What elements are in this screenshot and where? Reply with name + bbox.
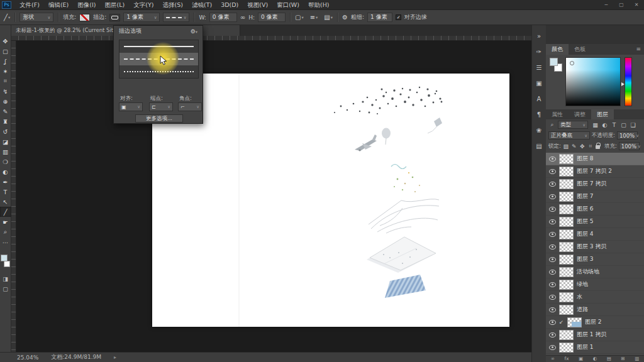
menu-view[interactable]: 视图(V) xyxy=(243,0,272,10)
lasso-tool[interactable]: ʆ xyxy=(0,56,11,66)
eraser-tool[interactable]: ◪ xyxy=(0,136,11,146)
lock-pixels-icon[interactable]: ✎ xyxy=(571,143,577,150)
layer-mask-icon[interactable]: ▣ xyxy=(579,356,583,362)
pen-tool[interactable]: ✒ xyxy=(0,177,11,187)
layer-thumbnail[interactable] xyxy=(559,204,574,214)
stroke-width-select[interactable]: 1 像素∨ xyxy=(123,13,160,22)
menu-select[interactable]: 选择(S) xyxy=(158,0,187,10)
link-dimensions-icon[interactable]: ∞ xyxy=(240,14,245,21)
layer-row[interactable]: ↙ 图层 3 xyxy=(546,253,644,266)
minimize-button[interactable]: ─ xyxy=(599,0,614,9)
foreground-color-mini-swatch[interactable] xyxy=(550,58,558,66)
history-brush-tool[interactable]: ↺ xyxy=(0,126,11,136)
layer-row[interactable]: ↙ 图层 5 xyxy=(546,216,644,228)
menu-type[interactable]: 文字(Y) xyxy=(129,0,158,10)
eyedropper-tool[interactable]: ↯ xyxy=(0,86,11,96)
layer-row[interactable]: ↙ 图层 7 拷贝 xyxy=(546,178,644,190)
layer-thumbnail[interactable] xyxy=(559,280,574,290)
filter-shape-icon[interactable]: ▢ xyxy=(620,122,627,128)
layer-thumbnail[interactable] xyxy=(559,343,574,353)
panel-menu-icon[interactable]: ≡ xyxy=(636,44,644,55)
path-arrange-icon[interactable]: ▤▾ xyxy=(324,14,333,21)
layer-filter-pick-icon[interactable]: ⌕ xyxy=(548,121,556,128)
delete-layer-icon[interactable]: ▥ xyxy=(635,356,639,362)
layer-group-icon[interactable]: ▤ xyxy=(607,356,611,362)
menu-file[interactable]: 文件(F) xyxy=(15,0,44,10)
fill-swatch[interactable] xyxy=(79,14,90,21)
fill-select[interactable]: 100%∨ xyxy=(619,142,640,150)
dodge-tool[interactable]: ◐ xyxy=(0,167,11,177)
menu-image[interactable]: 图像(I) xyxy=(73,0,100,10)
color-picker-ring[interactable] xyxy=(570,61,574,65)
visibility-eye-icon[interactable] xyxy=(549,169,556,174)
layer-thumbnail[interactable] xyxy=(567,317,582,327)
line-tool[interactable]: ╱ xyxy=(0,207,11,217)
tab-properties[interactable]: 属性 xyxy=(546,109,569,120)
visibility-eye-icon[interactable] xyxy=(549,232,556,237)
blend-mode-select[interactable]: 正片叠底∨ xyxy=(548,131,590,140)
visibility-eye-icon[interactable] xyxy=(549,295,556,300)
tab-layers[interactable]: 图层 xyxy=(591,109,614,120)
layer-thumbnail[interactable] xyxy=(559,330,574,340)
type-tool[interactable]: T xyxy=(0,187,11,197)
layer-style-icon[interactable]: fx xyxy=(565,356,569,362)
hue-slider-pointer[interactable] xyxy=(621,82,625,86)
filter-smart-icon[interactable]: ❑ xyxy=(630,122,636,128)
layer-row[interactable]: ↙ 绿地 xyxy=(546,278,644,291)
marquee-tool[interactable]: ▢ xyxy=(0,46,11,56)
menu-filter[interactable]: 滤镜(T) xyxy=(187,0,216,10)
brush-panel-icon[interactable]: ☰ xyxy=(532,60,547,75)
visibility-eye-icon[interactable] xyxy=(549,156,556,162)
layer-row[interactable]: ↙ 图层 7 xyxy=(546,190,644,203)
visibility-eye-icon[interactable] xyxy=(549,345,556,350)
layer-thumbnail[interactable] xyxy=(559,229,574,239)
visibility-eye-icon[interactable] xyxy=(549,332,556,337)
layer-row[interactable]: ↙ 图层 7 拷贝 2 xyxy=(546,165,644,178)
lock-position-icon[interactable]: ✥ xyxy=(579,143,586,150)
visibility-eye-icon[interactable] xyxy=(549,194,556,199)
paragraph-panel-icon[interactable]: ¶ xyxy=(532,107,547,123)
link-layers-icon[interactable]: ∞ xyxy=(551,356,555,362)
layer-thumbnail[interactable] xyxy=(559,154,574,164)
symbol-panel-icon[interactable]: ❀ xyxy=(532,123,547,138)
lock-artboard-icon[interactable]: ⌗ xyxy=(587,143,594,150)
layer-thumbnail[interactable] xyxy=(559,179,574,189)
quick-mask-icon[interactable]: ◨ xyxy=(3,276,8,282)
collapse-panels-icon[interactable]: » xyxy=(532,28,547,44)
path-operations-icon[interactable]: ▢▾ xyxy=(295,14,304,21)
healing-brush-tool[interactable]: ⊕ xyxy=(0,96,11,106)
menu-help[interactable]: 帮助(H) xyxy=(304,0,334,10)
filter-adjustment-icon[interactable]: ◐ xyxy=(601,122,608,128)
layer-row[interactable]: ↙ 水 xyxy=(546,291,644,304)
document-canvas[interactable] xyxy=(152,74,509,327)
visibility-eye-icon[interactable] xyxy=(549,244,556,250)
filter-type-icon[interactable]: T xyxy=(611,122,618,128)
opacity-select[interactable]: 100%∨ xyxy=(617,131,638,140)
status-chevron-icon[interactable]: ▸ xyxy=(114,354,116,360)
visibility-eye-icon[interactable] xyxy=(549,320,556,325)
zoom-level-field[interactable]: 25.04% xyxy=(17,354,38,361)
layer-row[interactable]: ↙ 图层 6 xyxy=(546,203,644,216)
screen-mode-icon[interactable]: ▢ xyxy=(3,286,8,292)
stroke-style-option[interactable] xyxy=(119,40,198,53)
layer-row[interactable]: ↙ 图层 2 xyxy=(546,316,644,329)
adjustment-layer-icon[interactable]: ◐ xyxy=(593,356,597,362)
zoom-tool[interactable]: ⌕ xyxy=(0,227,11,237)
weight-input[interactable]: 1 像素 xyxy=(367,13,392,22)
align-select[interactable]: ▣∨ xyxy=(119,102,143,111)
quick-select-tool[interactable]: ✶ xyxy=(0,66,11,76)
lock-transparent-icon[interactable]: ▨ xyxy=(563,143,569,150)
gradient-tool[interactable]: ▥ xyxy=(0,146,11,156)
foreground-color-swatch[interactable] xyxy=(1,255,8,261)
timeline-panel-icon[interactable]: ▤ xyxy=(532,138,547,154)
tool-mode-select[interactable]: 形状∨ xyxy=(19,13,53,22)
height-input[interactable]: 0 像素 xyxy=(258,13,286,22)
path-alignment-icon[interactable]: ≡▾ xyxy=(310,14,318,21)
new-layer-icon[interactable]: ⊞ xyxy=(621,356,625,362)
layer-thumbnail[interactable] xyxy=(559,242,574,252)
layer-row[interactable]: ↙ 道路 xyxy=(546,304,644,316)
caps-select[interactable]: ⊏∨ xyxy=(149,102,173,111)
visibility-eye-icon[interactable] xyxy=(549,307,556,312)
crop-tool[interactable]: ⌗ xyxy=(0,76,11,86)
stroke-type-select[interactable]: ∨ xyxy=(163,13,189,22)
